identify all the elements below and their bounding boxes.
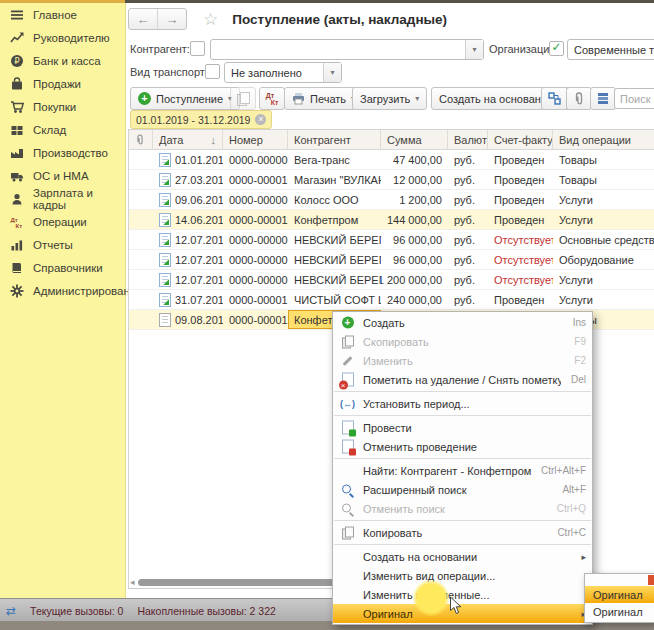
organization-checkbox[interactable]: ✓ [549, 41, 564, 56]
date-cell[interactable]: 12.07.2019 [153, 230, 223, 249]
currency-cell[interactable]: руб. [448, 270, 488, 289]
create-receipt-button[interactable]: + Поступление ▾ [130, 87, 240, 110]
sidebar-item-factory[interactable]: Производство [0, 141, 125, 164]
sum-cell[interactable]: 96 000,00 [381, 230, 448, 249]
context-menu-item[interactable]: + Создать Ins [333, 313, 592, 332]
invoice-status-cell[interactable]: Проведен [488, 210, 553, 229]
column-sum[interactable]: Сумма [381, 130, 448, 149]
context-menu-item[interactable]: Пометить на удаление / Снять пометку Del [333, 370, 592, 389]
invoice-status-cell[interactable]: Проведен [488, 150, 553, 169]
context-menu-item[interactable]: Изменить вид операции... [333, 566, 592, 585]
currency-cell[interactable]: руб. [448, 230, 488, 249]
close-icon[interactable]: × [255, 114, 266, 125]
contragent-checkbox[interactable] [190, 41, 205, 56]
report-button[interactable] [590, 87, 616, 110]
context-menu-item[interactable]: Провести [333, 418, 592, 437]
forward-button[interactable]: → [157, 9, 186, 29]
operation-cell[interactable]: Оборудование [553, 250, 654, 269]
operation-cell[interactable]: Услуги [553, 190, 654, 209]
sidebar-item-cart[interactable]: Покупки [0, 95, 125, 118]
transport-dropdown-icon[interactable]: ▾ [323, 63, 341, 82]
contragent-combobox[interactable]: ▾ [210, 39, 484, 60]
date-cell[interactable]: 09.08.2019 [153, 310, 223, 329]
sum-cell[interactable]: 1 200 000,00 [381, 270, 448, 289]
period-filter-chip[interactable]: 01.01.2019 - 31.12.2019 × [130, 110, 272, 129]
invoice-status-cell[interactable]: Проведен [488, 290, 553, 309]
contragent-cell[interactable]: Вега-транс [288, 150, 381, 169]
context-menu-item[interactable]: Найти: Контрагент - Конфетпром Ctrl+Alt+… [333, 461, 592, 480]
scroll-left-icon[interactable]: ◂ [130, 577, 135, 587]
back-button[interactable]: ← [129, 9, 157, 29]
context-menu-item[interactable]: (↔) Установить период... [333, 394, 592, 413]
column-date[interactable]: Дата ↓ [153, 130, 223, 149]
search-input[interactable] [614, 88, 654, 109]
sidebar-item-trend[interactable]: Руководителю [0, 26, 125, 49]
favorite-star-icon[interactable]: ☆ [203, 9, 218, 30]
operation-cell[interactable]: Услуги [553, 210, 654, 229]
related-documents-button[interactable] [541, 87, 568, 110]
attachments-button[interactable] [566, 87, 592, 110]
column-operation[interactable]: Вид операции [553, 130, 654, 149]
sidebar-item-ruble[interactable]: ₽Банк и касса [0, 49, 125, 72]
operation-cell[interactable]: Товары [553, 170, 654, 189]
date-cell[interactable]: 31.07.2019 [153, 290, 223, 309]
table-row[interactable]: 12.07.2019 0000-000007 НЕВСКИЙ БЕРЕГ ...… [129, 250, 654, 270]
contragent-cell[interactable]: ЧИСТЫЙ СОФТ Ц.. [288, 290, 381, 309]
sidebar-item-person[interactable]: Зарплата и кадры [0, 187, 125, 210]
date-cell[interactable]: 27.03.2019 [153, 170, 223, 189]
table-row[interactable]: 31.07.2019 0000-000015 ЧИСТЫЙ СОФТ Ц.. 2… [129, 290, 654, 310]
context-menu-item[interactable]: Расширенный поиск Alt+F [333, 480, 592, 499]
sidebar-item-gear[interactable]: Администрирование [0, 279, 125, 302]
sum-cell[interactable]: 240 000,00 [381, 290, 448, 309]
column-number[interactable]: Номер [223, 130, 288, 149]
transport-checkbox[interactable] [205, 64, 220, 79]
sidebar-item-bag[interactable]: Продажи [0, 72, 125, 95]
currency-cell[interactable]: руб. [448, 150, 488, 169]
number-cell[interactable]: 0000-000007 [223, 250, 288, 269]
invoice-status-cell[interactable]: Проведен [488, 190, 553, 209]
sum-cell[interactable]: 96 000,00 [381, 250, 448, 269]
date-cell[interactable]: 01.01.2019 [153, 150, 223, 169]
sidebar-item-dtkt[interactable]: ДтКтОперации [0, 210, 125, 233]
submenu-item-original[interactable]: Оригинал [585, 603, 654, 620]
operation-cell[interactable]: Услуги [553, 270, 654, 289]
contragent-cell[interactable]: Конфетпром [288, 210, 381, 229]
sidebar-item-bars[interactable]: Отчеты [0, 233, 125, 256]
table-row[interactable]: 12.07.2019 0000-000006 НЕВСКИЙ БЕРЕГ ...… [129, 230, 654, 250]
date-cell[interactable]: 12.07.2019 [153, 250, 223, 269]
table-row[interactable]: 01.01.2019 0000-000002 Вега-транс 47 400… [129, 150, 654, 170]
sidebar-item-truck[interactable]: ОС и НМА [0, 164, 125, 187]
contragent-cell[interactable]: Колосс ООО [288, 190, 381, 209]
contragent-cell[interactable]: НЕВСКИЙ БЕРЕГ ... [288, 250, 381, 269]
column-contragent[interactable]: Контрагент [288, 130, 381, 149]
number-cell[interactable]: 0000-000017 [223, 310, 288, 329]
date-cell[interactable]: 12.07.2019 [153, 270, 223, 289]
number-cell[interactable]: 0000-000011 [223, 210, 288, 229]
currency-cell[interactable]: руб. [448, 190, 488, 209]
table-row[interactable]: 27.03.2019 0000-000010 Магазин "ВУЛКАН" … [129, 170, 654, 190]
number-cell[interactable]: 0000-000015 [223, 290, 288, 309]
contragent-cell[interactable]: НЕВСКИЙ БЕРЕГ ... [288, 270, 381, 289]
contragent-cell[interactable]: НЕВСКИЙ БЕРЕГ ... [288, 230, 381, 249]
invoice-status-cell[interactable]: Отсутствует [488, 250, 553, 269]
context-menu-item[interactable]: Отменить проведение [333, 437, 592, 456]
operation-cell[interactable]: Товары [553, 150, 654, 169]
sum-cell[interactable]: 144 000,00 [381, 210, 448, 229]
number-cell[interactable]: 0000-000006 [223, 230, 288, 249]
sidebar-item-menu[interactable]: Главное [0, 3, 125, 26]
load-button[interactable]: Загрузить ▾ [352, 87, 427, 110]
sidebar-item-book[interactable]: Справочники [0, 256, 125, 279]
operation-cell[interactable]: Основные средства [553, 230, 654, 249]
currency-cell[interactable]: руб. [448, 210, 488, 229]
invoice-status-cell[interactable]: Проведен [488, 170, 553, 189]
contragent-cell[interactable]: Магазин "ВУЛКАН" [288, 170, 381, 189]
contragent-dropdown-icon[interactable]: ▾ [465, 40, 483, 59]
number-cell[interactable]: 0000-000002 [223, 150, 288, 169]
transport-combobox[interactable]: Не заполнено ▾ [224, 62, 342, 83]
number-cell[interactable]: 0000-000008 [223, 270, 288, 289]
date-cell[interactable]: 09.06.2019 [153, 190, 223, 209]
number-cell[interactable]: 0000-000009 [223, 190, 288, 209]
sum-cell[interactable]: 47 400,00 [381, 150, 448, 169]
copy-document-button[interactable] [230, 87, 256, 110]
column-attachment[interactable] [129, 130, 153, 149]
